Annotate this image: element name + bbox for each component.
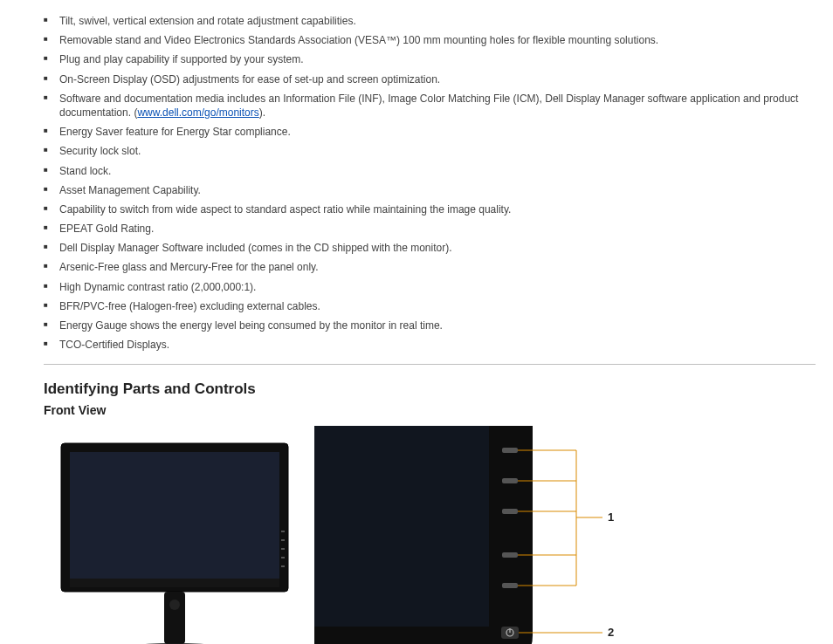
- features-bullet-list: Tilt, swivel, vertical extension and rot…: [44, 14, 816, 352]
- callout-1-label: 1: [608, 510, 614, 524]
- monitor-corner-illustration: 1 2: [314, 426, 629, 644]
- list-item: Tilt, swivel, vertical extension and rot…: [44, 14, 816, 28]
- list-item: Energy Gauge shows the energy level bein…: [44, 319, 816, 332]
- svg-rect-8: [281, 539, 285, 541]
- svg-rect-9: [281, 548, 285, 550]
- link-dell-monitors[interactable]: www.dell.com/go/monitors: [137, 106, 258, 119]
- list-item: On-Screen Display (OSD) adjustments for …: [44, 72, 816, 86]
- svg-rect-12: [314, 426, 489, 627]
- feature-text: EPEAT Gold Rating.: [59, 223, 154, 235]
- list-item: TCO-Certified Displays.: [44, 338, 816, 352]
- feature-text: Removable stand and Video Electronics St…: [59, 34, 658, 46]
- feature-text: Capability to switch from wide aspect to…: [59, 203, 511, 216]
- svg-rect-3: [164, 592, 185, 644]
- feature-link-suffix: ).: [259, 106, 265, 119]
- callout-2-label: 2: [608, 626, 614, 639]
- svg-rect-15: [502, 509, 518, 514]
- section-subheading: Front View: [44, 403, 816, 417]
- list-item: Energy Saver feature for Energy Star com…: [44, 125, 816, 139]
- list-item: Stand lock.: [44, 164, 816, 178]
- svg-rect-14: [502, 478, 518, 483]
- feature-text: Tilt, swivel, vertical extension and rot…: [59, 15, 356, 27]
- list-item: BFR/PVC-free (Halogen-free) excluding ex…: [44, 299, 816, 313]
- feature-text: Security lock slot.: [59, 145, 141, 157]
- list-item: Dell Display Manager Software included (…: [44, 241, 816, 255]
- feature-text: Dell Display Manager Software included (…: [59, 242, 452, 254]
- svg-rect-16: [502, 552, 518, 558]
- section-heading: Identifying Parts and Controls: [44, 380, 816, 398]
- figure-row: 1 2: [44, 426, 816, 644]
- feature-text: Arsenic-Free glass and Mercury-Free for …: [59, 261, 319, 273]
- feature-text: Energy Gauge shows the energy level bein…: [59, 319, 443, 332]
- svg-point-4: [169, 599, 180, 610]
- list-item: Arsenic-Free glass and Mercury-Free for …: [44, 260, 816, 274]
- monitor-front-illustration: [44, 426, 306, 644]
- feature-text: Stand lock.: [59, 165, 111, 177]
- feature-text: Plug and play capability if supported by…: [59, 53, 303, 65]
- list-item: Software and documentation media include…: [44, 92, 816, 120]
- feature-text: Asset Management Capability.: [59, 184, 201, 196]
- list-item: High Dynamic contrast ratio (2,000,000:1…: [44, 280, 816, 294]
- power-icon: [501, 627, 519, 639]
- svg-rect-7: [281, 531, 285, 532]
- svg-rect-10: [281, 557, 285, 558]
- svg-rect-1: [70, 452, 279, 579]
- list-item: Plug and play capability if supported by…: [44, 52, 816, 66]
- list-item: Security lock slot.: [44, 144, 816, 158]
- feature-text: Energy Saver feature for Energy Star com…: [59, 126, 291, 138]
- feature-text: High Dynamic contrast ratio (2,000,000:1…: [59, 281, 256, 293]
- svg-rect-11: [281, 565, 285, 567]
- list-item: EPEAT Gold Rating.: [44, 222, 816, 236]
- list-item: Asset Management Capability.: [44, 183, 816, 197]
- svg-rect-2: [70, 579, 279, 587]
- list-item: Removable stand and Video Electronics St…: [44, 33, 816, 47]
- list-item: Capability to switch from wide aspect to…: [44, 202, 816, 216]
- feature-text: BFR/PVC-free (Halogen-free) excluding ex…: [59, 300, 320, 312]
- divider: [44, 364, 816, 365]
- feature-text: On-Screen Display (OSD) adjustments for …: [59, 73, 440, 86]
- svg-rect-17: [502, 583, 518, 588]
- svg-rect-13: [502, 448, 518, 453]
- feature-text: TCO-Certified Displays.: [59, 339, 169, 351]
